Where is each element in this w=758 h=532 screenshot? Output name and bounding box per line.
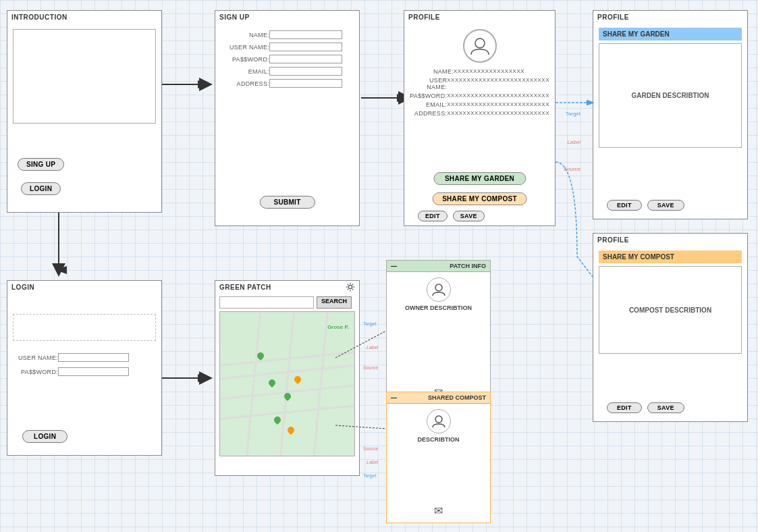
shared-compost-header: — SHARED COMPOST xyxy=(387,392,490,404)
profile2-box: PROFILE SHARE MY GARDEN GARDEN DESCRIBTI… xyxy=(593,10,748,219)
svg-line-9 xyxy=(220,406,354,419)
arrow-login-to-greenpatch xyxy=(162,368,216,388)
address-input-signup[interactable] xyxy=(269,79,342,88)
target-label-compost: Target xyxy=(363,473,376,478)
save-btn-profile3[interactable]: SAVE xyxy=(647,402,684,413)
target-label-p1: Target xyxy=(566,111,580,117)
profile-email-val: XXXXXXXXXXXXXXXXXXXXXXXXXX xyxy=(447,101,549,108)
map-location-label: Grose P. xyxy=(327,324,349,330)
address-label-signup: ADDRESS: xyxy=(221,80,269,87)
name-label: NAME: xyxy=(221,32,269,38)
source-label-p1: Source xyxy=(564,166,580,172)
label-label-patch: Label xyxy=(367,345,378,350)
svg-line-6 xyxy=(220,352,354,365)
label-label-p1: Label xyxy=(567,139,580,145)
profile-username-label: USER NAME: xyxy=(410,77,447,90)
introduction-box: INTRODUCTION SING UP LOGIN xyxy=(7,10,162,213)
search-button-greenpatch[interactable]: SEARCH xyxy=(317,296,352,309)
green-patch-title: GREEN PATCH xyxy=(215,281,359,294)
login-box: LOGIN USER NAME: PA$$WORD: LOGIN xyxy=(7,280,162,456)
patch-info-minimize[interactable]: — xyxy=(391,263,397,269)
password-label-signup: PA$$WORD: xyxy=(221,56,269,63)
login-button[interactable]: LOGIN xyxy=(22,430,67,443)
signup-button-intro[interactable]: SING UP xyxy=(18,158,64,171)
save-btn-profile1[interactable]: SAVE xyxy=(453,211,485,221)
profile1-avatar xyxy=(463,29,497,63)
edit-btn-profile3[interactable]: EDIT xyxy=(607,402,642,413)
source-label-patch: Source xyxy=(363,365,378,370)
username-input-signup[interactable] xyxy=(269,43,342,51)
profile-address-label: ADDRESS: xyxy=(410,110,447,117)
svg-line-10 xyxy=(247,312,261,456)
edit-btn-profile2[interactable]: EDIT xyxy=(607,200,642,211)
username-input-login[interactable] xyxy=(58,353,129,362)
shared-compost-panel: — SHARED COMPOST DESCRIBTION ✉ Target So… xyxy=(386,392,491,523)
patch-info-header: — PATCH INFO xyxy=(387,261,490,272)
introduction-title: INTRODUCTION xyxy=(7,11,161,24)
profile-username-val: XXXXXXXXXXXXXXXXXXXXXXXXXX xyxy=(447,77,549,90)
profile3-description-area: COMPOST DESCRIBTION xyxy=(599,266,742,354)
profile2-header-label: SHARE MY GARDEN xyxy=(599,28,742,41)
profile-name-label: NAME: xyxy=(410,68,454,75)
svg-point-14 xyxy=(435,416,442,423)
email-label-signup: EMAIL: xyxy=(221,68,269,75)
email-input-signup[interactable] xyxy=(269,67,342,76)
label-label-compost: Label xyxy=(367,460,378,464)
profile3-description: COMPOST DESCRIBTION xyxy=(629,307,711,314)
signup-box: SIGN UP NAME: USER NAME: PA$$WORD: EMAIL… xyxy=(215,10,360,226)
login-button-intro[interactable]: LOGIN xyxy=(21,182,61,195)
owner-description: OWNER DESCRIBTION xyxy=(392,304,485,311)
submit-button[interactable]: SUBMIT xyxy=(259,196,315,209)
gear-icon-greenpatch[interactable] xyxy=(346,282,355,292)
patch-info-avatar xyxy=(427,277,451,302)
svg-point-13 xyxy=(435,284,442,291)
password-input-signup[interactable] xyxy=(269,55,342,63)
profile1-title: PROFILE xyxy=(404,11,555,24)
profile2-description-area: GARDEN DESCRIBTION xyxy=(599,43,742,148)
share-garden-btn-profile1[interactable]: SHARE MY GARDEN xyxy=(433,172,526,185)
password-input-login[interactable] xyxy=(58,367,129,376)
svg-marker-0 xyxy=(199,78,213,91)
svg-marker-3 xyxy=(52,263,65,277)
introduction-image-area xyxy=(13,29,156,124)
arrow-intro-to-signup xyxy=(162,74,216,95)
svg-line-11 xyxy=(281,312,294,456)
target-label-patch: Target xyxy=(363,321,376,326)
share-compost-btn-profile1[interactable]: SHARE MY COMPOST xyxy=(432,192,527,205)
shared-compost-avatar xyxy=(427,409,451,433)
patch-info-panel: — PATCH INFO OWNER DESCRIBTION ✉ Target … xyxy=(386,260,491,405)
signup-title: SIGN UP xyxy=(215,11,359,24)
password-label-login: PA$$WORD: xyxy=(14,369,58,375)
profile-email-label: EMAIL: xyxy=(410,101,447,108)
profile2-description: GARDEN DESCRIBTION xyxy=(631,92,709,99)
shared-compost-description: DESCRIBTION xyxy=(392,436,485,443)
arrow-intro-to-login xyxy=(49,213,69,277)
green-patch-box: GREEN PATCH SEARCH Grose P. xyxy=(215,280,360,476)
map-area: Grose P. xyxy=(219,311,355,456)
profile3-box: PROFILE SHARE MY COMPOST COMPOST DESCRIB… xyxy=(593,233,748,422)
svg-point-5 xyxy=(348,285,352,288)
shared-compost-minimize[interactable]: — xyxy=(391,394,397,401)
search-input-greenpatch[interactable] xyxy=(219,296,314,309)
name-input[interactable] xyxy=(269,30,342,39)
profile2-title: PROFILE xyxy=(593,11,747,24)
profile-password-label: PA$$WORD: xyxy=(410,92,447,99)
username-label-login: USER NAME: xyxy=(14,354,58,361)
save-btn-profile2[interactable]: SAVE xyxy=(647,200,684,211)
source-label-compost: Source xyxy=(363,446,378,451)
profile-address-val: XXXXXXXXXXXXXXXXXXXXXXXXXX xyxy=(447,110,549,117)
email-icon-compost[interactable]: ✉ xyxy=(434,504,443,517)
profile3-title: PROFILE xyxy=(593,234,747,246)
svg-line-12 xyxy=(314,312,327,456)
edit-btn-profile1[interactable]: EDIT xyxy=(418,211,448,221)
username-label-signup: USER NAME: xyxy=(221,44,269,51)
profile-name-val: XXXXXXXXXXXXXXXXXX xyxy=(454,68,524,75)
profile3-header-label: SHARE MY COMPOST xyxy=(599,250,742,263)
svg-point-2 xyxy=(475,38,485,48)
profile-password-val: XXXXXXXXXXXXXXXXXXXXXXXXXX xyxy=(447,92,549,99)
login-title: LOGIN xyxy=(7,281,161,294)
profile1-box: PROFILE NAME: XXXXXXXXXXXXXXXXXX USER NA… xyxy=(404,10,556,226)
